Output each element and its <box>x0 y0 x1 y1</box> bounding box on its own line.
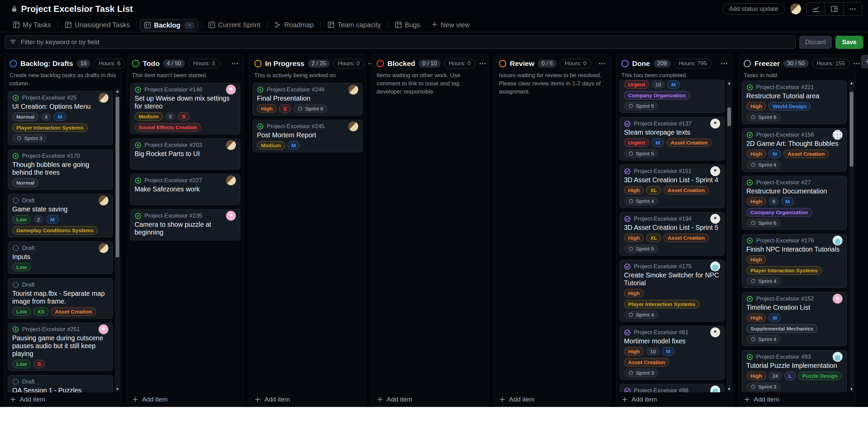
card[interactable]: Project-Excelsior #152Timeline Creation … <box>742 292 847 346</box>
add-item-button[interactable]: Add item <box>5 392 121 407</box>
issue-ref[interactable]: Project-Excelsior #221 <box>756 84 814 91</box>
ellipsis-icon[interactable] <box>843 3 862 15</box>
card[interactable]: DraftInputsLow <box>8 241 113 274</box>
card[interactable]: Project-Excelsior #1943D Asset Creation … <box>620 212 725 256</box>
card[interactable]: Project-Excelsior #61Mortimer model fixe… <box>620 326 725 380</box>
card[interactable]: Project-Excelsior #227Make Safezones wor… <box>130 174 240 205</box>
card[interactable]: Project-Excelsior #1562D Game Art: Thoug… <box>742 128 847 172</box>
label: World Design <box>768 102 811 110</box>
scroll-up-arrow[interactable]: ▲ <box>115 88 120 94</box>
scrollbar[interactable]: ▲▼ <box>727 80 732 392</box>
scrollbar-thumb[interactable] <box>116 97 119 258</box>
tab-my-tasks[interactable]: My Tasks <box>9 19 55 31</box>
card[interactable]: Urgent10MCompany OrganizationSprint 5 <box>620 80 725 113</box>
column-menu-icon[interactable] <box>479 60 486 67</box>
scrollbar-thumb[interactable] <box>850 92 853 167</box>
draft-icon <box>12 378 19 385</box>
column-menu-icon[interactable] <box>853 60 861 67</box>
add-column-button[interactable] <box>861 55 868 68</box>
tab-backlog[interactable]: Backlog <box>140 19 198 31</box>
issue-ref[interactable]: Project-Excelsior #246 <box>267 86 325 93</box>
card[interactable]: Project-Excelsior #246Final Presentation… <box>253 83 363 116</box>
add-item-button[interactable]: Add item <box>127 392 243 407</box>
card[interactable]: Project-Excelsior #146Set up Wwise down … <box>130 83 240 134</box>
card[interactable]: Project-Excelsior #137Steam storepage te… <box>620 117 725 160</box>
issue-ref[interactable]: Project-Excelsior #176 <box>756 237 814 244</box>
issue-ref[interactable]: Draft <box>22 245 35 252</box>
card[interactable]: Project-Excelsior #245Post Mortem Report… <box>253 120 363 152</box>
issue-ref[interactable]: Project-Excelsior #25 <box>22 95 77 101</box>
issue-ref[interactable]: Project-Excelsior #61 <box>634 329 689 336</box>
tab-roadmap[interactable]: Roadmap <box>270 19 318 31</box>
add-item-button[interactable]: Add item <box>494 392 610 407</box>
issue-ref[interactable]: Project-Excelsior #170 <box>22 153 80 159</box>
issue-ref[interactable]: Project-Excelsior #156 <box>756 132 814 138</box>
add-item-button[interactable]: Add item <box>739 392 855 407</box>
scrollbar[interactable]: ▲▼ <box>115 88 120 392</box>
tab-team-capacity[interactable]: Team capacity <box>324 19 385 31</box>
card[interactable]: Project-Excelsior #175Create Smoke Switc… <box>620 260 725 322</box>
issue-ref[interactable]: Project-Excelsior #194 <box>634 216 692 222</box>
add-item-button[interactable]: Add item <box>617 392 733 407</box>
label: M <box>288 141 300 150</box>
tab-bugs[interactable]: Bugs <box>391 19 424 31</box>
scroll-down-arrow[interactable]: ▼ <box>849 386 854 392</box>
scrollbar[interactable]: ▲▼ <box>849 80 854 392</box>
issue-ref[interactable]: Project-Excelsior #151 <box>634 168 692 175</box>
card[interactable]: Project-Excelsior #25UI Creation: Option… <box>8 91 113 145</box>
issue-closed-icon <box>624 329 631 336</box>
scroll-up-arrow[interactable]: ▲ <box>849 80 854 86</box>
add-status-update-button[interactable]: Add status update <box>723 3 785 15</box>
card[interactable]: DraftGame state savingLow2MGameplay Cond… <box>8 194 113 237</box>
add-item-button[interactable]: Add item <box>372 392 488 407</box>
filter-input[interactable] <box>20 38 791 46</box>
issue-ref[interactable]: Project-Excelsior #175 <box>634 263 692 270</box>
card[interactable]: Project-Excelsior #86Design Map for Pyry… <box>620 384 725 392</box>
scroll-down-arrow[interactable]: ▼ <box>727 386 732 392</box>
issue-ref[interactable]: Project-Excelsior #146 <box>144 86 202 93</box>
side-panel-icon[interactable] <box>825 3 843 15</box>
estimate-badge: 2 <box>33 215 44 224</box>
add-item-button[interactable]: Add item <box>249 392 366 407</box>
issue-ref[interactable]: Project-Excelsior #203 <box>144 142 202 149</box>
issue-ref[interactable]: Project-Excelsior #245 <box>267 123 325 130</box>
card[interactable]: DraftQA Session 1 - Puzzles <box>8 375 113 392</box>
card[interactable]: Project-Excelsior #235Camera to show puz… <box>130 209 240 240</box>
card[interactable]: Project-Excelsior #203Big Rocket Parts t… <box>130 138 240 170</box>
card[interactable]: Project-Excelsior #176Finish NPC Interac… <box>742 234 847 288</box>
issue-ref[interactable]: Project-Excelsior #93 <box>756 354 811 360</box>
card[interactable]: Project-Excelsior #251Pausing game durin… <box>8 323 113 371</box>
issue-ref[interactable]: Project-Excelsior #27 <box>756 179 811 186</box>
scroll-up-arrow[interactable]: ▲ <box>727 80 732 86</box>
column-menu-icon[interactable] <box>598 60 606 67</box>
issue-ref[interactable]: Project-Excelsior #152 <box>756 295 814 302</box>
issue-ref[interactable]: Project-Excelsior #227 <box>144 177 202 184</box>
column-menu-icon[interactable] <box>721 60 728 67</box>
card[interactable]: DraftTourist map.fbx - Separate map imag… <box>8 278 113 319</box>
issue-ref[interactable]: Project-Excelsior #251 <box>22 326 80 333</box>
save-button[interactable]: Save <box>835 36 863 49</box>
card[interactable]: Project-Excelsior #27Restructure Documen… <box>742 176 847 230</box>
new-view-button[interactable]: New view <box>432 21 470 29</box>
insights-chart-icon[interactable] <box>807 3 825 15</box>
issue-ref[interactable]: Draft <box>22 197 35 204</box>
card[interactable]: Project-Excelsior #170Though bubbles are… <box>8 149 113 190</box>
chevron-down-icon[interactable] <box>185 22 194 29</box>
scrollbar-thumb[interactable] <box>727 107 731 126</box>
tab-current-sprint[interactable]: Current Sprint <box>204 19 265 31</box>
tab-unassigned-tasks[interactable]: Unassigned Tasks <box>61 19 134 31</box>
issue-ref[interactable]: Draft <box>22 282 35 288</box>
card[interactable]: Project-Excelsior #93Tutorial Puzzle Imp… <box>742 350 847 392</box>
issue-ref[interactable]: Project-Excelsior #235 <box>144 212 202 219</box>
sprint-label: Sprint 4 <box>746 160 781 169</box>
scroll-down-arrow[interactable]: ▼ <box>115 386 120 392</box>
discard-button[interactable]: Discard <box>799 36 832 49</box>
issue-ref[interactable]: Project-Excelsior #137 <box>634 120 692 127</box>
avatar[interactable] <box>790 3 801 14</box>
issue-open-icon <box>135 177 141 184</box>
column-menu-icon[interactable] <box>231 60 239 67</box>
card[interactable]: Project-Excelsior #1513D Asset Creation … <box>620 165 725 208</box>
issue-ref[interactable]: Draft <box>22 378 35 385</box>
card[interactable]: Project-Excelsior #221Restructure Tutori… <box>742 81 847 124</box>
issue-ref[interactable]: Project-Excelsior #86 <box>634 387 689 392</box>
